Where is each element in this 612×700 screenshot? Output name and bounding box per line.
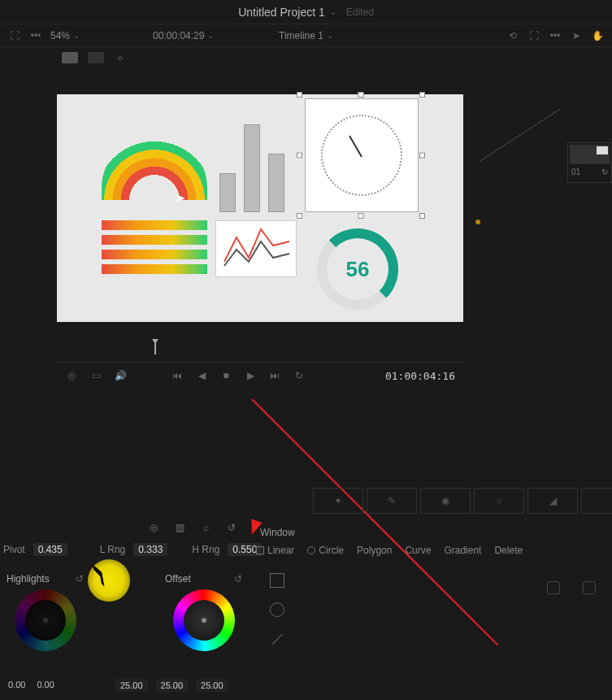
key-tool[interactable] [581, 488, 612, 514]
hrng-label: H Rng [192, 544, 219, 555]
clip-reset-icon: ↻ [601, 167, 608, 176]
bars-icon[interactable]: ▥ [172, 520, 187, 535]
gauge-widget [102, 135, 207, 200]
donut-widget: 56 [317, 228, 398, 310]
stripes-widget [102, 220, 207, 277]
clip-number: 01 [571, 167, 580, 176]
timecode[interactable]: 00:00:04:29 [153, 30, 204, 41]
bars-widget [215, 111, 297, 216]
resize-handle[interactable] [297, 153, 302, 159]
project-title[interactable]: Untitled Project 1 ⌄ [238, 6, 336, 19]
playhead[interactable] [154, 343, 156, 354]
panel-toggle-1[interactable] [547, 581, 560, 594]
wheel-indicator[interactable] [43, 618, 48, 623]
more2-icon[interactable]: ••• [549, 29, 562, 42]
resize-handle[interactable] [419, 153, 425, 159]
blur-tool[interactable]: ◢ [527, 488, 578, 514]
zoom-icon[interactable]: ⌕ [198, 520, 213, 535]
wheel-indicator[interactable] [202, 618, 206, 623]
scrubber[interactable] [57, 346, 463, 363]
circle-shape-button[interactable]: Circle [307, 545, 344, 556]
square-icon [256, 546, 264, 554]
offset-value-1[interactable]: 25.00 [115, 679, 148, 692]
resize-handle[interactable] [419, 213, 425, 219]
zoom-value: 54% [50, 30, 70, 41]
reset-all-icon[interactable]: ↺ [224, 520, 239, 535]
resize-handle[interactable] [297, 213, 302, 219]
window-tab[interactable]: Window [260, 527, 295, 538]
offset-value-2[interactable]: 25.00 [156, 679, 189, 692]
chevron-down-icon: ⌄ [330, 7, 336, 16]
offset-wheel[interactable] [173, 589, 235, 651]
highlights-value-2[interactable]: 0.00 [37, 680, 54, 689]
polygon-shape-button[interactable]: Polygon [357, 545, 392, 556]
bypass-icon[interactable]: ◎ [65, 369, 78, 382]
timeline-dropdown[interactable]: Timeline 1 ⌄ [279, 30, 333, 41]
mask-tool[interactable]: ◉ [420, 488, 471, 514]
chevron-down-icon: ⌄ [207, 31, 214, 40]
view-mode-icon-1[interactable] [62, 52, 78, 63]
wand-tool[interactable]: ✎ [367, 488, 417, 514]
keyframe-dot[interactable] [475, 220, 480, 224]
resize-handle[interactable] [358, 92, 364, 98]
resize-handle[interactable] [358, 213, 364, 219]
timeline-label: Timeline 1 [279, 30, 323, 41]
loop-icon[interactable]: ⟲ [506, 29, 519, 42]
linear-shape-button[interactable]: Linear [256, 545, 294, 556]
delete-button[interactable]: Delete [494, 545, 523, 556]
step-back-icon[interactable]: ◀ [195, 369, 208, 382]
clip-thumbnail[interactable]: 01 ↻ [567, 142, 612, 183]
lrng-label: L Rng [100, 544, 126, 555]
pivot-label: Pivot [3, 544, 25, 555]
play-icon[interactable]: ▶ [244, 369, 257, 382]
circle-icon [307, 546, 315, 554]
curve-shape-button[interactable]: Curve [405, 545, 431, 556]
highlights-value-1[interactable]: 0.00 [8, 680, 25, 689]
keyframe-line [480, 109, 561, 162]
line-shape-tool[interactable] [270, 632, 284, 646]
wand-icon[interactable]: ✧ [114, 52, 127, 65]
resize-handle[interactable] [297, 92, 302, 98]
timecode-display[interactable]: 01:00:04:16 [385, 370, 455, 382]
sparkle-tool[interactable]: ✦ [313, 488, 363, 514]
expand-icon[interactable]: ⛶ [8, 29, 21, 42]
split-icon[interactable]: ▭ [89, 369, 102, 382]
zoom-dropdown[interactable]: 54% ⌄ [50, 30, 80, 41]
stop-icon[interactable]: ■ [219, 369, 232, 382]
linechart-widget [215, 220, 297, 277]
reset-icon[interactable]: ↺ [76, 573, 84, 585]
mute-icon[interactable]: 🔊 [114, 369, 127, 382]
annotation-arrow [251, 398, 498, 646]
highlights-wheel[interactable] [15, 589, 76, 651]
scopes-icon[interactable]: ◎ [146, 520, 161, 535]
skip-forward-icon[interactable]: ⏭ [268, 369, 281, 382]
circle-shape-tool[interactable] [270, 602, 284, 617]
expand2-icon[interactable]: ⛶ [527, 29, 540, 42]
donut-value: 56 [346, 257, 370, 282]
hand-icon[interactable]: ✋ [591, 29, 604, 42]
panel-toggle-2[interactable] [583, 581, 596, 594]
more-icon[interactable]: ••• [29, 29, 42, 42]
pivot-value[interactable]: 0.435 [33, 543, 67, 556]
skip-back-icon[interactable]: ⏮ [171, 369, 184, 382]
square-shape-tool[interactable] [270, 573, 284, 588]
pointer-icon[interactable]: ➤ [570, 29, 583, 42]
reset-icon[interactable]: ↺ [234, 573, 242, 585]
highlights-label: Highlights [7, 573, 50, 585]
view-mode-icon-2[interactable] [88, 52, 104, 63]
chevron-down-icon: ⌄ [73, 31, 80, 40]
selection-box[interactable] [299, 94, 423, 216]
lrng-value[interactable]: 0.333 [133, 543, 167, 556]
gradient-shape-button[interactable]: Gradient [444, 545, 481, 556]
loop-icon[interactable]: ↻ [293, 369, 306, 382]
cursor-highlight-annotation [88, 559, 130, 602]
resize-handle[interactable] [419, 92, 425, 98]
viewer-canvas[interactable]: ➤ 56 [57, 94, 463, 322]
tracker-tool[interactable]: ○ [474, 488, 524, 514]
chevron-down-icon: ⌄ [327, 31, 333, 40]
edited-label: Edited [346, 7, 374, 18]
offset-label: Offset [165, 573, 191, 585]
offset-value-3[interactable]: 25.00 [196, 679, 228, 692]
project-title-text: Untitled Project 1 [238, 6, 325, 19]
